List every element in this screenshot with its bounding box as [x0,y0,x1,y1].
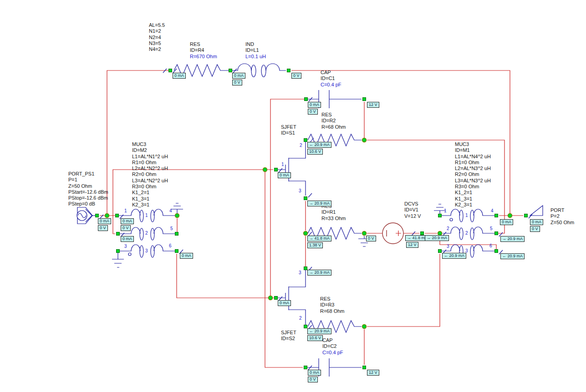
pin-label-m2-3: 3 [124,244,127,249]
component-value: R=670 Ohm [190,54,217,60]
probe-voltage-s1-drain[interactable]: 10.6 V [307,149,323,155]
component-value: L=0.1 uH [245,54,266,60]
param-line: K1_3=1 [455,196,491,202]
probe-current-m1-pin4[interactable]: 0 mA [500,219,513,225]
probe-voltage-r1[interactable]: 1.38 V [307,242,323,248]
pin-label-m1-3: 3 [447,244,449,249]
text-port1[interactable]: PORT_PS1 P=1 Z=50 Ohm PStart=-12.6 dBm P… [68,171,108,207]
text-sjfet-s1[interactable]: SJFET ID=S1 [281,124,296,136]
probe-current-s2-gate[interactable]: 0 mA [278,300,291,306]
probe-current-m2-pin2[interactable]: 0 mA [121,236,134,242]
text-sjfet-s2[interactable]: SJFET ID=S2 [281,330,296,342]
probe-current-l1[interactable]: 0 mA [232,73,245,79]
pin-label-m1-1: 1 [444,208,447,213]
component-id: ID=M2 [132,147,168,153]
probe-voltage-c1-right[interactable]: 12 V [367,102,379,108]
text-cap-c1[interactable]: CAP ID=C1 C=0.4 pF [321,70,341,88]
probe-current-s1-source[interactable]: → 20.9 mA [307,201,331,206]
pin-label-s2-source: 2 [299,316,302,321]
probe-current-c1[interactable]: 0 mA [308,102,321,108]
param-line: K2_3=1 [132,202,168,208]
text-muc3-m2[interactable]: MUC3 ID=M2 L1=AL*N1^2 uH R1=0 Ohm L2=AL*… [132,141,168,208]
param-line: PStep=0 dB [68,201,108,207]
port1-source-symbol[interactable] [77,207,96,224]
ground-symbol-m2-pin3[interactable] [112,253,124,267]
probe-voltage-s2-source[interactable]: 10.6 V [307,335,323,341]
coil-label-m2-3: 3 [145,248,148,253]
port2-symbol[interactable] [530,206,543,216]
param-line: P=2 [550,213,574,219]
component-id: ID=R4 [190,47,217,53]
probe-voltage-c2-right[interactable]: 12 V [367,370,379,376]
probe-current-c2[interactable]: 0 mA [308,370,321,376]
schematic-canvas[interactable]: AL=5.5 N1=2 N2=4 N3=5 N4=2 RES ID=R4 R=6… [0,0,586,392]
component-name: IND [245,41,266,47]
probe-current-m1-pin2[interactable]: → 20.9 mA [425,235,449,241]
component-name: RES [321,112,346,118]
param-line: K1_2=1 [132,190,168,196]
param-line: K1_3=1 [132,196,168,202]
probe-voltage-r1-right[interactable]: 0 V [366,236,376,241]
probe-current-m2-pin6[interactable]: 0 mA [180,253,193,259]
transformer-m1-symbol[interactable] [442,209,494,257]
text-muc3-m1[interactable]: MUC3 ID=M1 L1=AL*N4^2 uH R1=0 Ohm L2=AL*… [455,141,491,208]
component-name: MUC3 [132,141,168,147]
probe-voltage-port2[interactable]: 0 V [530,226,540,232]
param-line: R3=0 Ohm [455,184,491,190]
component-value: C=0.4 pF [321,82,341,88]
dcvs-v1-symbol[interactable] [382,223,403,244]
probe-current-m2-pin1[interactable]: 0 mA [121,218,134,224]
probe-current-s2-drain[interactable]: → 20.9 mA [307,270,331,276]
component-name: SJFET [281,330,296,336]
probe-current-m1-pin6[interactable]: ← 20.9 mA [500,253,525,259]
pin-label-s2-drain: 3 [299,270,301,275]
probe-current-s1-gate[interactable]: 0 mA [278,172,291,178]
phase-dot-icon [128,253,131,256]
probe-voltage-port1[interactable]: 0 V [98,225,108,231]
param-line: K2_3=1 [455,202,491,208]
param-line: PStart=-12.6 dBm [68,189,108,195]
probe-voltage-c2[interactable]: 0 V [308,377,318,382]
param-line: L1=AL*N1^2 uH [132,154,168,160]
probe-voltage-v1[interactable]: 12 V [406,242,418,248]
wire-m1p3-r3-c2-net[interactable] [364,254,440,365]
param-line: R1=0 Ohm [132,160,168,166]
pin-label-m1-6: 6 [489,243,492,248]
pin-label-m1-4: 4 [491,208,494,213]
param-line: AL=5.5 [149,22,165,28]
param-line: N1=2 [149,28,165,34]
param-line: L3=AL*N2^2 uH [132,178,168,184]
pin-label-m2-1: 1 [124,208,127,213]
probe-current-s1-drain[interactable]: ← 20.9 mA [307,142,331,148]
probe-current-m1-pin3[interactable]: ← 20.9 mA [442,253,466,259]
pin-label-m2-5: 5 [170,226,173,231]
text-ind-l1[interactable]: IND ID=L1 L=0.1 uH [245,41,266,60]
probe-voltage-l1[interactable]: 0 V [232,80,242,85]
component-name: MUC3 [455,141,491,147]
text-res-r2[interactable]: RES ID=R2 R=68 Ohm [321,112,346,130]
probe-current-port1[interactable]: 0 mA [98,218,111,224]
probe-voltage-m2-pin1[interactable]: 0 V [121,225,131,231]
text-cap-c2[interactable]: CAP ID=C2 C=0.4 pF [322,337,343,356]
text-dcvs-v1[interactable]: DCVS ID=V1 V=12 V [404,201,421,219]
param-line: L2=AL*N2^2 uH [132,166,168,171]
probe-current-port2[interactable]: 0 mA [530,219,543,225]
param-line: R2=0 Ohm [455,171,491,177]
param-line: N2=4 [149,35,165,40]
component-name: CAP [321,70,341,75]
param-line: K1_2=1 [455,190,491,196]
ground-symbol-m2-pin4[interactable] [171,203,183,213]
text-port2[interactable]: PORT P=2 Z=50 Ohm [550,207,574,226]
text-res-r3[interactable]: RES ID=R3 R=68 Ohm [320,296,345,314]
port-name: PORT_PS1 [68,171,108,177]
text-global-params[interactable]: AL=5.5 N1=2 N2=4 N3=5 N4=2 [149,22,165,52]
probe-current-r4[interactable]: 0 mA [173,73,186,79]
port-name: PORT [550,207,574,213]
component-id: ID=C2 [322,343,343,349]
probe-voltage-l1-right[interactable]: 0 V [291,73,301,79]
probe-voltage-c1[interactable]: 0 V [308,109,318,115]
probe-current-s2-source[interactable]: ← 20.9 mA [307,328,331,334]
text-res-r4[interactable]: RES ID=R4 R=670 Ohm [190,41,217,60]
probe-current-r1[interactable]: → 41.8 mA [307,236,331,241]
probe-current-m1-pin5[interactable]: → 20.9 mA [500,236,525,242]
